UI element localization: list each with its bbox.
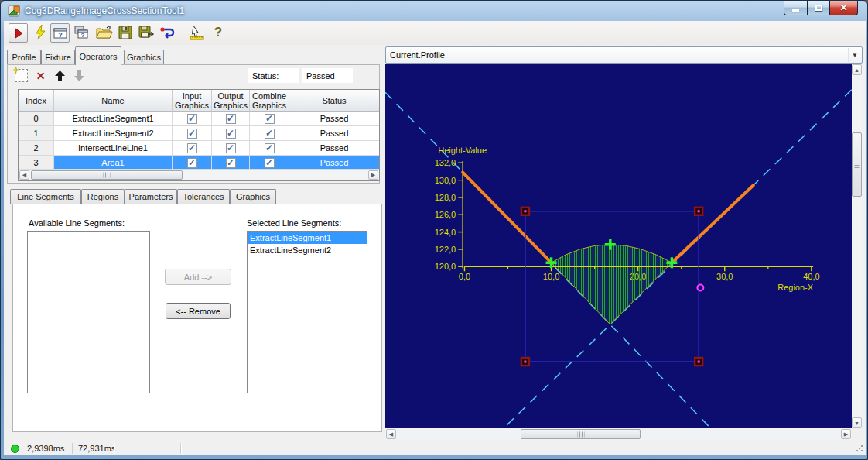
- tab-graphics-top[interactable]: Graphics: [124, 50, 164, 64]
- scroll-up-icon[interactable]: ▲: [852, 64, 862, 75]
- cell-output-graphics: ✓: [212, 112, 250, 126]
- tab-regions[interactable]: Regions: [81, 189, 125, 204]
- input-graphics-checkbox[interactable]: ✓: [187, 143, 197, 153]
- remove-button[interactable]: <-- Remove: [166, 303, 231, 319]
- move-up-icon: [55, 70, 65, 81]
- app-icon: [8, 5, 20, 17]
- col-header-status[interactable]: Status: [289, 90, 379, 112]
- chart-horizontal-scrollbar[interactable]: ◀ ▶: [385, 428, 852, 440]
- pointer-tool-button[interactable]: [186, 23, 207, 42]
- cell-output-graphics: ✓: [212, 126, 250, 141]
- close-icon: ✕: [839, 2, 847, 13]
- record-selector-combo[interactable]: Current.Profile ▼: [385, 46, 863, 64]
- cell-name: IntersectLineLine1: [54, 141, 173, 156]
- cell-index: 2: [19, 141, 54, 156]
- col-header-name[interactable]: Name: [54, 90, 173, 112]
- move-down-button[interactable]: [73, 69, 86, 82]
- delete-operator-button[interactable]: ✕: [34, 69, 47, 82]
- show-result-display-button[interactable]: ?: [50, 23, 70, 43]
- scrollbar-thumb[interactable]: [852, 132, 862, 197]
- svg-text:Region-X: Region-X: [777, 283, 814, 292]
- output-graphics-checkbox[interactable]: ✓: [226, 143, 236, 153]
- scroll-left-icon[interactable]: ◀: [386, 429, 396, 439]
- trigger-button[interactable]: [32, 23, 48, 42]
- titlebar[interactable]: Cog3DRangeImageCrossSectionTool1: [1, 1, 867, 21]
- profile-chart-display[interactable]: 0,010,020,030,040,0120,0122,0124,0126,01…: [385, 64, 852, 428]
- grid-horizontal-scrollbar[interactable]: ◀ ▶: [19, 169, 379, 180]
- tool-window: Cog3DRangeImageCrossSectionTool1 ✕ ?: [0, 0, 868, 460]
- output-graphics-checkbox[interactable]: ✓: [226, 158, 236, 168]
- delete-operator-icon: ✕: [36, 70, 46, 82]
- combine-graphics-checkbox[interactable]: ✓: [265, 114, 275, 124]
- tab-fixture[interactable]: Fixture: [41, 50, 75, 64]
- col-header-combine-graphics[interactable]: Combine Graphics: [250, 90, 289, 112]
- reset-button[interactable]: [158, 23, 176, 42]
- chart-vertical-scrollbar[interactable]: ▲ ▼: [852, 64, 863, 428]
- tab-tolerances[interactable]: Tolerances: [177, 189, 230, 204]
- scroll-right-icon[interactable]: ▶: [841, 429, 851, 439]
- minimize-icon: [792, 9, 799, 12]
- scrollbar-thumb[interactable]: [31, 170, 183, 180]
- scroll-right-icon[interactable]: ▶: [368, 170, 378, 180]
- float-display-icon: ?: [74, 26, 88, 39]
- combine-graphics-checkbox[interactable]: ✓: [265, 129, 275, 139]
- move-up-button[interactable]: [53, 69, 67, 82]
- help-button[interactable]: ?: [211, 23, 225, 42]
- result-display-icon: ?: [53, 27, 67, 39]
- list-item[interactable]: ExtractLineSegment1: [248, 232, 367, 244]
- svg-text:128,0: 128,0: [435, 193, 456, 202]
- chevron-down-icon[interactable]: ▼: [848, 48, 861, 62]
- maximize-button[interactable]: [807, 1, 830, 15]
- tab-operators[interactable]: Operators: [75, 46, 121, 65]
- minimize-button[interactable]: [784, 1, 807, 15]
- list-item[interactable]: ExtractLineSegment2: [248, 244, 367, 256]
- close-button[interactable]: ✕: [830, 1, 858, 15]
- svg-text:Height-Value: Height-Value: [438, 146, 487, 155]
- float-result-display-button[interactable]: ?: [73, 23, 90, 42]
- cell-status: Passed: [289, 126, 379, 141]
- resize-grip[interactable]: [856, 445, 863, 452]
- cell-combine-graphics: ✓: [250, 126, 289, 141]
- combine-graphics-checkbox[interactable]: ✓: [265, 158, 275, 168]
- svg-text:122,0: 122,0: [435, 245, 456, 254]
- input-graphics-checkbox[interactable]: ✓: [187, 129, 197, 139]
- cell-index: 0: [19, 112, 54, 126]
- tab-line-segments[interactable]: Line Segments: [10, 189, 81, 204]
- col-header-output-graphics[interactable]: Output Graphics: [212, 90, 250, 112]
- grid-header: Index Name Input Graphics Output Graphic…: [19, 90, 379, 112]
- input-graphics-checkbox[interactable]: ✓: [187, 114, 197, 124]
- col-header-input-graphics[interactable]: Input Graphics: [173, 90, 212, 112]
- record-selector-value: Current.Profile: [390, 50, 445, 60]
- open-file-button[interactable]: [95, 23, 114, 42]
- cell-combine-graphics: ✓: [250, 141, 289, 156]
- svg-text:126,0: 126,0: [435, 210, 456, 219]
- scroll-left-icon[interactable]: ◀: [19, 170, 29, 180]
- scrollbar-thumb[interactable]: [521, 429, 641, 439]
- add-operator-button[interactable]: [15, 69, 28, 82]
- combine-graphics-checkbox[interactable]: ✓: [265, 143, 275, 153]
- table-row[interactable]: 1 ExtractLineSegment2 ✓ ✓ ✓ Passed: [19, 126, 379, 141]
- save-as-button[interactable]: [137, 23, 155, 42]
- scroll-down-icon[interactable]: ▼: [852, 417, 862, 428]
- add-button[interactable]: Add -->: [165, 269, 231, 285]
- cell-index: 1: [19, 126, 54, 141]
- save-icon: [118, 26, 132, 39]
- svg-text:132,0: 132,0: [435, 158, 456, 167]
- add-operator-icon: [12, 67, 19, 74]
- tab-profile[interactable]: Profile: [7, 50, 41, 64]
- table-row[interactable]: 2 IntersectLineLine1 ✓ ✓ ✓ Passed: [19, 141, 379, 156]
- run-icon: [12, 27, 25, 39]
- col-header-index[interactable]: Index: [19, 90, 54, 112]
- selected-line-segments-list[interactable]: ExtractLineSegment1 ExtractLineSegment2: [247, 231, 367, 393]
- save-button[interactable]: [117, 23, 134, 42]
- available-line-segments-list[interactable]: [27, 231, 150, 393]
- main-toolbar: ? ?: [4, 21, 866, 45]
- output-graphics-checkbox[interactable]: ✓: [226, 129, 236, 139]
- output-graphics-checkbox[interactable]: ✓: [226, 114, 236, 124]
- input-graphics-checkbox[interactable]: ✓: [187, 158, 197, 168]
- tab-parameters[interactable]: Parameters: [125, 189, 177, 204]
- cell-status: Passed: [289, 112, 379, 126]
- run-button[interactable]: [9, 23, 28, 43]
- tab-graphics-bottom[interactable]: Graphics: [230, 189, 276, 204]
- table-row[interactable]: 0 ExtractLineSegment1 ✓ ✓ ✓ Passed: [19, 112, 379, 126]
